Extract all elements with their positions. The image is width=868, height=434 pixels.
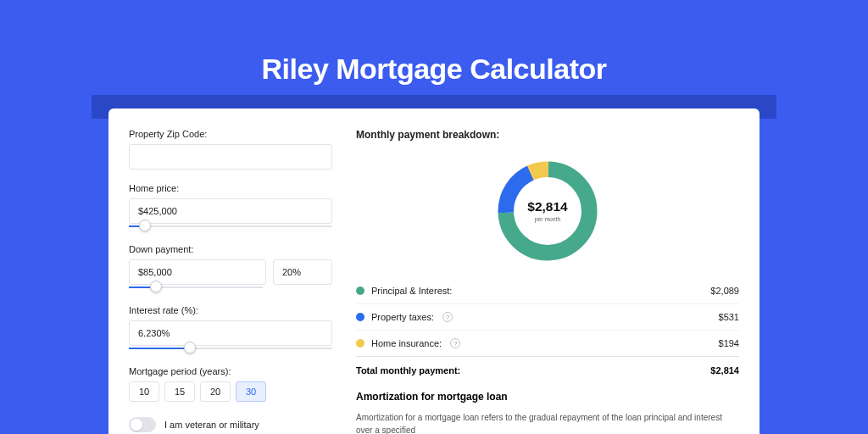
total-label: Total monthly payment: [356, 365, 460, 376]
period-option-15[interactable]: 15 [164, 381, 195, 402]
veteran-row: I am veteran or military [129, 417, 332, 432]
amort-title: Amortization for mortgage loan [356, 391, 739, 403]
total-value: $2,814 [710, 365, 739, 376]
down-group: Down payment: [129, 244, 332, 292]
info-icon[interactable]: ? [450, 338, 460, 348]
input-panel: Property Zip Code: Home price: Down paym… [129, 129, 332, 414]
total-row: Total monthly payment: $2,814 [356, 357, 739, 391]
breakdown-label: Property taxes: [371, 312, 434, 322]
breakdown-value: $531 [719, 312, 739, 322]
toggle-knob [131, 419, 142, 431]
veteran-toggle[interactable] [129, 417, 156, 432]
donut-center-amount: $2,814 [527, 199, 568, 214]
breakdown-row: Home insurance:?$194 [356, 331, 739, 357]
down-label: Down payment: [129, 244, 332, 254]
rate-slider[interactable] [129, 344, 332, 353]
down-slider[interactable] [129, 283, 263, 292]
rate-group: Interest rate (%): [129, 305, 332, 353]
donut-chart-wrap: $2,814 per month [356, 151, 739, 278]
period-label: Mortgage period (years): [129, 366, 332, 376]
results-panel: Monthly payment breakdown: $2,814 per mo… [356, 129, 739, 414]
legend-dot [356, 339, 364, 348]
down-amount-input[interactable] [129, 259, 266, 285]
price-input[interactable] [129, 198, 332, 224]
period-options: 10152030 [129, 381, 332, 402]
legend-dot [356, 287, 364, 295]
legend-dot [356, 313, 364, 321]
rate-input[interactable] [129, 320, 332, 346]
donut-center-sub: per month [535, 216, 561, 223]
calculator-card: Property Zip Code: Home price: Down paym… [108, 108, 760, 434]
page-title: Riley Mortgage Calculator [0, 0, 868, 86]
period-option-20[interactable]: 20 [200, 381, 231, 402]
price-label: Home price: [129, 183, 332, 193]
breakdown-label: Home insurance: [371, 338, 442, 348]
veteran-label: I am veteran or military [164, 420, 259, 430]
breakdown-title: Monthly payment breakdown: [356, 129, 739, 141]
breakdown-list: Principal & Interest:$2,089Property taxe… [356, 278, 739, 357]
breakdown-value: $2,089 [710, 286, 739, 296]
amort-text: Amortization for a mortgage loan refers … [356, 411, 739, 434]
breakdown-row: Property taxes:?$531 [356, 304, 739, 331]
period-group: Mortgage period (years): 10152030 [129, 366, 332, 402]
period-option-30[interactable]: 30 [236, 381, 266, 402]
rate-label: Interest rate (%): [129, 305, 332, 315]
zip-group: Property Zip Code: [129, 129, 332, 170]
info-icon[interactable]: ? [442, 312, 453, 322]
price-group: Home price: [129, 183, 332, 231]
period-option-10[interactable]: 10 [129, 381, 159, 402]
down-percent-input[interactable] [273, 259, 332, 285]
breakdown-value: $194 [719, 338, 739, 348]
donut-chart: $2,814 per month [492, 156, 603, 266]
zip-input[interactable] [129, 144, 332, 170]
zip-label: Property Zip Code: [129, 129, 332, 139]
breakdown-label: Principal & Interest: [371, 286, 452, 296]
breakdown-row: Principal & Interest:$2,089 [356, 278, 739, 304]
price-slider[interactable] [129, 222, 332, 231]
